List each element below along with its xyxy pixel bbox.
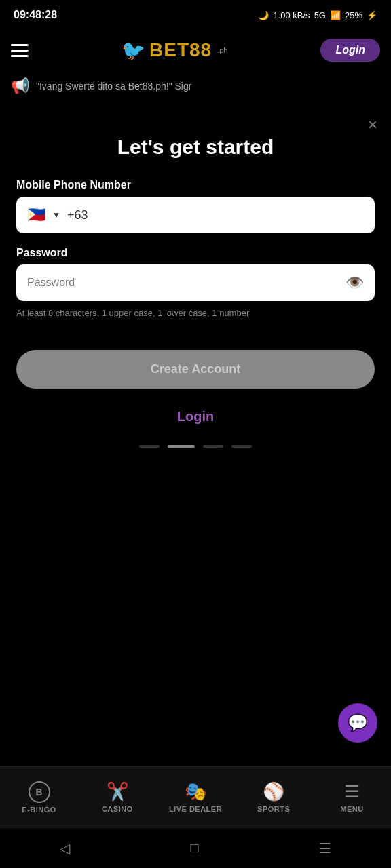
network-icon: 5G [314,10,326,20]
nav-item-sports[interactable]: ⚾ SPORTS [235,781,313,813]
password-hint: At least 8 characters, 1 upper case, 1 l… [16,307,375,320]
status-time: 09:48:28 [14,9,57,21]
modal-title: Let's get started [16,136,375,159]
status-bar: 09:48:28 🌙 1.00 kB/s 5G 📶 25% ⚡ [0,0,391,30]
bottom-nav: B E-BINGO ✂️ CASINO 🎭 LIVE DEALER ⚾ SPOR… [0,766,391,827]
login-link[interactable]: Login [16,402,375,431]
phone-input[interactable] [67,208,364,222]
login-button[interactable]: Login [320,39,380,62]
home-button[interactable]: □ [176,833,212,863]
data-speed: 1.00 kB/s [273,10,310,20]
dot-2 [168,445,195,448]
logo-bird-icon: 🐦 [122,39,145,62]
logo: 🐦 BET88 .ph [122,39,227,62]
nav-item-live-dealer[interactable]: 🎭 LIVE DEALER [156,781,234,813]
registration-modal: × Let's get started Mobile Phone Number … [0,108,391,461]
dot-1 [139,445,160,448]
password-input[interactable] [27,277,346,289]
battery-level: 25% [345,10,362,20]
chat-icon: 💬 [348,713,368,732]
menu-icon: ☰ [344,781,360,802]
moon-icon: 🌙 [258,10,269,20]
announcement-bar: 📢 "Ivang Swerte dito sa Bet88.ph!" Sigr [0,71,391,102]
e-bingo-icon: B [29,781,50,803]
flag-ph-icon: 🇵🇭 [27,206,45,224]
back-button[interactable]: ◁ [46,833,83,863]
hamburger-button[interactable] [11,44,29,57]
battery-icon: ⚡ [367,10,377,20]
nav-label-live-dealer: LIVE DEALER [169,805,222,813]
dropdown-arrow-icon: ▼ [52,210,60,220]
create-account-button[interactable]: Create Account [16,350,375,389]
system-nav: ◁ □ ☰ [0,827,391,868]
signal-icon: 📶 [330,10,341,20]
close-button[interactable]: × [368,115,377,134]
status-icons: 🌙 1.00 kB/s 5G 📶 25% ⚡ [258,10,377,20]
password-input-wrapper[interactable]: 👁️ [16,264,375,301]
casino-icon: ✂️ [107,781,128,802]
sports-icon: ⚾ [263,781,284,802]
live-dealer-icon: 🎭 [185,781,206,802]
logo-domain: .ph [217,46,227,54]
nav-label-sports: SPORTS [257,805,290,813]
chat-fab-button[interactable]: 💬 [338,703,377,743]
nav-item-casino[interactable]: ✂️ CASINO [78,781,156,813]
announcement-text: "Ivang Swerte dito sa Bet88.ph!" Sigr [36,81,191,92]
nav-label-e-bingo: E-BINGO [22,806,56,814]
recent-button[interactable]: ☰ [305,833,345,863]
carousel-dots [16,445,375,448]
nav-label-casino: CASINO [102,805,133,813]
phone-form-group: Mobile Phone Number 🇵🇭 ▼ [16,179,375,233]
password-label: Password [16,247,375,259]
phone-input-wrapper[interactable]: 🇵🇭 ▼ [16,197,375,233]
header: 🐦 BET88 .ph Login [0,30,391,71]
announcement-icon: 📢 [11,77,29,95]
logo-text: BET88 [149,39,212,61]
nav-label-menu: MENU [340,805,363,813]
phone-label: Mobile Phone Number [16,179,375,191]
nav-item-menu[interactable]: ☰ MENU [313,781,391,813]
dot-3 [203,445,223,448]
dot-4 [231,445,252,448]
password-form-group: Password 👁️ At least 8 characters, 1 upp… [16,247,375,320]
toggle-password-icon[interactable]: 👁️ [346,274,364,292]
nav-item-e-bingo[interactable]: B E-BINGO [0,781,78,814]
